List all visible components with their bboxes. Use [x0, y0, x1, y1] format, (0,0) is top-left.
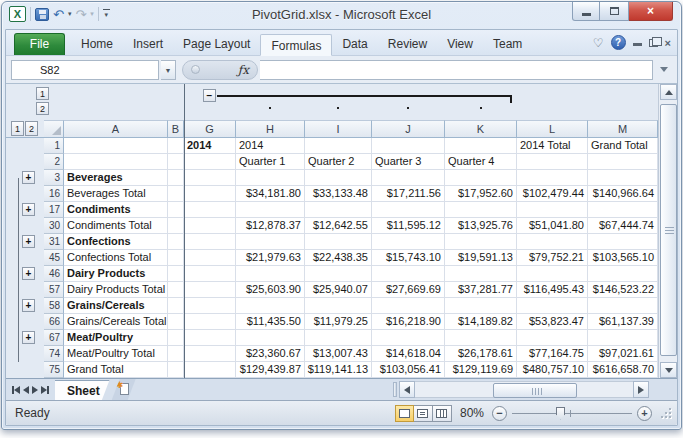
title-bar[interactable]: X ↶ ▾ ↷ ▾ ▾ PivotGrid.xlsx - Microsoft E…: [2, 2, 681, 29]
row-header[interactable]: 67: [44, 330, 64, 346]
cell-I2[interactable]: Quarter 2: [305, 154, 372, 170]
expand-group-button[interactable]: +: [22, 267, 35, 280]
cell[interactable]: [168, 170, 184, 186]
cell-grand-total[interactable]: $97,021.61: [588, 346, 658, 362]
close-button[interactable]: ×: [629, 2, 673, 21]
cell[interactable]: [184, 202, 236, 218]
cell-q3-value[interactable]: $17,211.56: [372, 186, 445, 202]
cell-G1[interactable]: 2014: [184, 138, 236, 154]
cell[interactable]: [168, 282, 184, 298]
column-header-K[interactable]: K: [445, 120, 517, 138]
row-outline-level-2-button[interactable]: 2: [25, 121, 38, 136]
cell-A2[interactable]: [64, 154, 168, 170]
zoom-in-button[interactable]: +: [637, 406, 652, 421]
cell-category-label[interactable]: Dairy Products: [64, 266, 168, 282]
cell-J2[interactable]: Quarter 3: [372, 154, 445, 170]
cell-B2[interactable]: [168, 154, 184, 170]
column-header-J[interactable]: J: [372, 120, 445, 138]
cell-q3-value[interactable]: $14,618.04: [372, 346, 445, 362]
redo-icon[interactable]: ↷: [75, 8, 86, 21]
cell[interactable]: [168, 266, 184, 282]
cell-category-label[interactable]: Confections Total: [64, 250, 168, 266]
cell-year-total[interactable]: $51,041.80: [517, 218, 588, 234]
cell-q3-value[interactable]: [372, 202, 445, 218]
cell-q3-value[interactable]: $15,743.10: [372, 250, 445, 266]
cell-q4-value[interactable]: $26,178.61: [445, 346, 517, 362]
name-box[interactable]: S82: [11, 60, 159, 80]
column-outline-level-1-button[interactable]: 1: [36, 87, 49, 100]
cell[interactable]: [184, 346, 236, 362]
cell-category-label[interactable]: Dairy Products Total: [64, 282, 168, 298]
tab-split-handle[interactable]: [393, 382, 397, 397]
cell-year-total[interactable]: [517, 202, 588, 218]
expand-formula-bar-button[interactable]: [655, 60, 672, 80]
expand-group-button[interactable]: +: [22, 203, 35, 216]
cell-q3-value[interactable]: $16,218.90: [372, 314, 445, 330]
cell-q4-value[interactable]: $14,189.82: [445, 314, 517, 330]
last-sheet-button[interactable]: [41, 386, 49, 394]
row-header[interactable]: 58: [44, 298, 64, 314]
cell-category-label[interactable]: Grains/Cereals Total: [64, 314, 168, 330]
cell-q1-value[interactable]: $23,360.67: [236, 346, 305, 362]
cell[interactable]: [184, 186, 236, 202]
cell-category-label[interactable]: Meat/Poultry: [64, 330, 168, 346]
cell-q1-value[interactable]: [236, 202, 305, 218]
customize-qat-dropdown-icon[interactable]: ▾: [103, 9, 110, 19]
column-header-B[interactable]: B: [168, 120, 184, 138]
cell-q3-value[interactable]: $103,056.41: [372, 362, 445, 378]
cell-q4-value[interactable]: $37,281.77: [445, 282, 517, 298]
cell[interactable]: [168, 186, 184, 202]
next-sheet-button[interactable]: [32, 386, 38, 394]
cell-q3-value[interactable]: [372, 298, 445, 314]
row-header[interactable]: 17: [44, 202, 64, 218]
scroll-right-button[interactable]: [633, 381, 649, 398]
cell-L2[interactable]: [517, 154, 588, 170]
tab-file[interactable]: File: [14, 33, 65, 55]
cell-q4-value[interactable]: [445, 266, 517, 282]
horizontal-scrollbar[interactable]: [393, 381, 651, 398]
row-header[interactable]: 31: [44, 234, 64, 250]
cell-q2-value[interactable]: $119,141.13: [305, 362, 372, 378]
tab-page-layout[interactable]: Page Layout: [173, 33, 260, 55]
column-header-H[interactable]: H: [236, 120, 305, 138]
cell-I1[interactable]: [305, 138, 372, 154]
row-outline-level-1-button[interactable]: 1: [11, 121, 24, 136]
zoom-level-label[interactable]: 80%: [457, 406, 487, 420]
cell-category-label[interactable]: Confections: [64, 234, 168, 250]
cell-q2-value[interactable]: [305, 170, 372, 186]
tab-team[interactable]: Team: [483, 33, 532, 55]
cell-q1-value[interactable]: $21,979.63: [236, 250, 305, 266]
cell-grand-total[interactable]: [588, 202, 658, 218]
cell-q3-value[interactable]: [372, 234, 445, 250]
cell-category-label[interactable]: Beverages Total: [64, 186, 168, 202]
tab-formulas[interactable]: Formulas: [260, 34, 332, 56]
page-break-view-button[interactable]: [433, 405, 452, 422]
cell-category-label[interactable]: Beverages: [64, 170, 168, 186]
cell-q1-value[interactable]: $12,878.37: [236, 218, 305, 234]
cell[interactable]: [168, 314, 184, 330]
cell-q2-value[interactable]: $13,007.43: [305, 346, 372, 362]
previous-sheet-button[interactable]: [23, 386, 29, 394]
column-header-L[interactable]: L: [517, 120, 588, 138]
cell-year-total[interactable]: $79,752.21: [517, 250, 588, 266]
cell-q3-value[interactable]: $11,595.12: [372, 218, 445, 234]
zoom-slider-thumb[interactable]: [556, 407, 565, 420]
cell[interactable]: [184, 298, 236, 314]
cell-q1-value[interactable]: [236, 298, 305, 314]
cell[interactable]: [168, 218, 184, 234]
row-header[interactable]: 75: [44, 362, 64, 378]
cell-year-total[interactable]: $77,164.75: [517, 346, 588, 362]
cell-category-label[interactable]: Condiments: [64, 202, 168, 218]
cell-q3-value[interactable]: $27,669.69: [372, 282, 445, 298]
cell-q2-value[interactable]: $25,940.07: [305, 282, 372, 298]
cell-category-label[interactable]: Meat/Poultry Total: [64, 346, 168, 362]
cell-q1-value[interactable]: [236, 330, 305, 346]
cell-q4-value[interactable]: $19,591.13: [445, 250, 517, 266]
cell-q2-value[interactable]: $33,133.48: [305, 186, 372, 202]
cell-q2-value[interactable]: $11,979.25: [305, 314, 372, 330]
cell[interactable]: [184, 330, 236, 346]
cell-grand-total[interactable]: $140,966.64: [588, 186, 658, 202]
row-header[interactable]: 45: [44, 250, 64, 266]
cell[interactable]: [184, 282, 236, 298]
normal-view-button[interactable]: [395, 405, 414, 422]
